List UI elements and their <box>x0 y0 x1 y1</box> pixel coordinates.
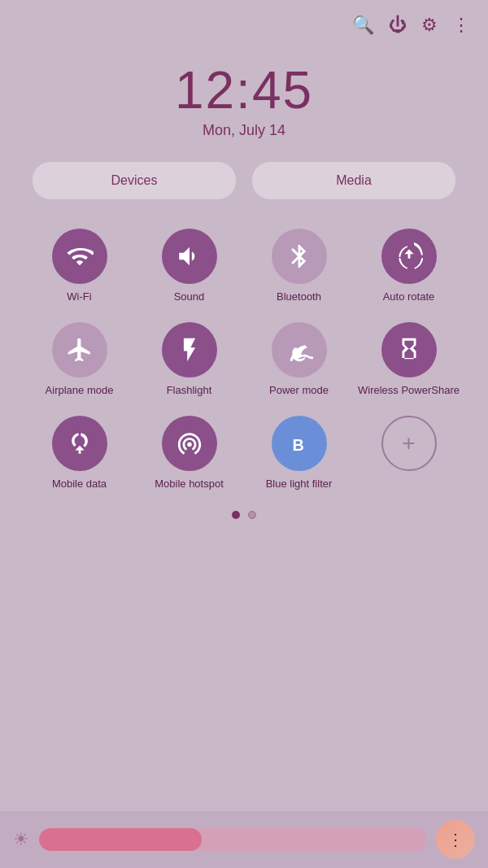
power-icon[interactable]: ⏻ <box>389 15 407 36</box>
devices-button[interactable]: Devices <box>33 162 236 199</box>
toggle-add: + <box>354 411 464 496</box>
flashlight-button[interactable] <box>162 322 217 377</box>
toggle-airplane: Airplane mode <box>24 317 134 403</box>
toggle-bluetooth: Bluetooth <box>244 224 354 309</box>
flashlight-label: Flashlight <box>167 384 212 398</box>
brightness-more-icon: ⋮ <box>447 830 464 849</box>
brightness-track[interactable] <box>39 828 426 851</box>
airplane-icon <box>66 336 94 364</box>
toggle-wireless: Wireless PowerShare <box>354 317 464 403</box>
clock-date: Mon, July 14 <box>0 122 488 139</box>
bluetooth-button[interactable] <box>272 229 327 284</box>
powermode-label: Power mode <box>269 384 329 398</box>
powermode-icon <box>285 336 313 364</box>
airplane-button[interactable] <box>52 322 107 377</box>
toggle-hotspot: Mobile hotspot <box>134 411 244 496</box>
brightness-more-button[interactable]: ⋮ <box>436 820 475 859</box>
sound-button[interactable] <box>162 229 217 284</box>
bluetooth-icon <box>285 242 313 270</box>
more-icon[interactable]: ⋮ <box>452 15 470 36</box>
brightness-icon: ☀ <box>13 829 29 850</box>
wireless-button[interactable] <box>381 322 437 377</box>
powermode-button[interactable] <box>272 322 327 377</box>
sound-label: Sound <box>174 290 205 304</box>
autorotate-icon <box>395 242 423 270</box>
settings-icon[interactable]: ⚙ <box>421 15 438 36</box>
wireless-label: Wireless PowerShare <box>358 384 460 398</box>
airplane-label: Airplane mode <box>46 384 114 398</box>
toggle-flashlight: Flashlight <box>134 317 244 403</box>
toggle-sound: Sound <box>134 224 244 309</box>
svg-text:B: B <box>292 435 303 453</box>
wireless-icon <box>395 336 423 364</box>
flashlight-icon <box>176 336 203 364</box>
add-button[interactable]: + <box>381 416 437 471</box>
section-buttons: Devices Media <box>0 162 488 199</box>
mobiledata-icon <box>66 430 94 457</box>
media-button[interactable]: Media <box>252 162 455 199</box>
hotspot-label: Mobile hotspot <box>155 478 224 491</box>
page-dot-1[interactable] <box>232 511 240 519</box>
page-dots <box>0 511 488 519</box>
hotspot-icon <box>176 430 203 457</box>
bluelight-icon: B <box>285 430 313 457</box>
toggle-wifi: Wi-Fi <box>24 224 134 309</box>
bluelight-button[interactable]: B <box>272 416 327 471</box>
wifi-button[interactable] <box>52 229 107 284</box>
add-icon: + <box>402 432 415 455</box>
brightness-bar-area: ☀ ⋮ <box>0 811 488 868</box>
toggle-grid: Wi-Fi Sound Bluetooth Auto rotate Airpla… <box>0 224 488 496</box>
page-dot-2[interactable] <box>248 511 256 519</box>
mobiledata-button[interactable] <box>52 416 107 471</box>
clock-area: 12:45 Mon, July 14 <box>0 60 488 139</box>
search-icon[interactable]: 🔍 <box>352 15 374 36</box>
bluetooth-label: Bluetooth <box>277 290 321 304</box>
autorotate-label: Auto rotate <box>383 290 435 304</box>
wifi-icon <box>66 242 94 270</box>
mobiledata-label: Mobile data <box>52 478 107 491</box>
toggle-mobiledata: Mobile data <box>24 411 134 496</box>
brightness-fill <box>39 828 202 851</box>
wifi-label: Wi-Fi <box>67 290 91 304</box>
top-toolbar: 🔍 ⏻ ⚙ ⋮ <box>0 0 488 44</box>
sound-icon <box>176 242 203 270</box>
toggle-powermode: Power mode <box>244 317 354 403</box>
hotspot-button[interactable] <box>162 416 217 471</box>
toggle-bluelight: B Blue light filter <box>244 411 354 496</box>
autorotate-button[interactable] <box>381 229 437 284</box>
bluelight-label: Blue light filter <box>266 478 333 491</box>
toggle-autorotate: Auto rotate <box>354 224 464 309</box>
clock-time: 12:45 <box>0 60 488 120</box>
